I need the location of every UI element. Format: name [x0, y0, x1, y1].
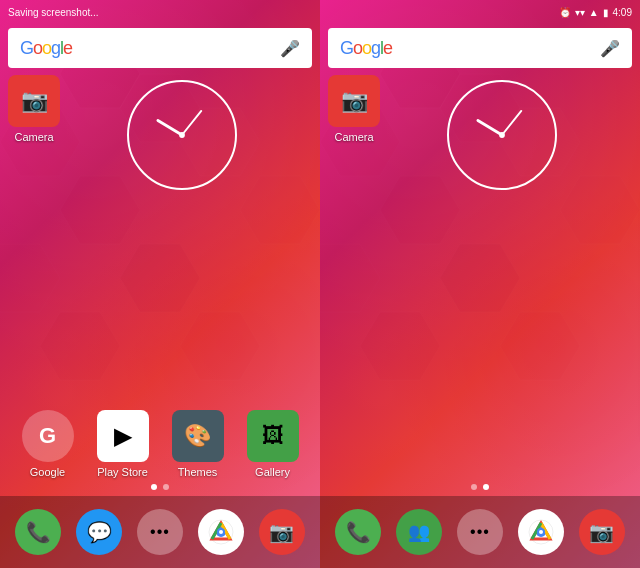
- svg-marker-5: [240, 176, 320, 244]
- dock-right: 📞 👥 ••• 📷: [320, 496, 640, 568]
- dot-1-right: [471, 484, 477, 490]
- svg-point-29: [499, 132, 505, 138]
- dock-chrome-left[interactable]: [198, 509, 244, 555]
- dock-camera-left[interactable]: 📷: [259, 509, 305, 555]
- battery-icon: ▮: [603, 7, 609, 18]
- playstore-icon-left: ▶: [97, 410, 149, 462]
- status-bar-right: ⏰ ▾▾ ▲ ▮ 4:09: [320, 0, 640, 24]
- dock-left: 📞 💬 ••• 📷: [0, 496, 320, 568]
- app-google-left[interactable]: G Google: [22, 410, 74, 478]
- svg-line-28: [502, 111, 521, 135]
- dock-contacts-right[interactable]: 👥: [396, 509, 442, 555]
- dot-2-right: [483, 484, 489, 490]
- gallery-icon-left: 🖼: [247, 410, 299, 462]
- dock-phone-left[interactable]: 📞: [15, 509, 61, 555]
- gallery-label-left: Gallery: [255, 466, 290, 478]
- dock-camera-right[interactable]: 📷: [579, 509, 625, 555]
- svg-marker-9: [40, 312, 120, 380]
- signal-icon: ▲: [589, 7, 599, 18]
- google-icon-left: G: [22, 410, 74, 462]
- svg-line-11: [182, 111, 201, 135]
- search-bar-left[interactable]: Google 🎤: [8, 28, 312, 68]
- google-logo-left: Google: [20, 38, 72, 59]
- dot-1-left: [151, 484, 157, 490]
- app-playstore-left[interactable]: ▶ Play Store: [97, 410, 149, 478]
- clock-hands-left: [129, 82, 235, 188]
- svg-point-16: [219, 530, 223, 534]
- status-bar-left: Saving screenshot...: [0, 0, 320, 24]
- clock-left: [127, 80, 237, 190]
- themes-label-left: Themes: [178, 466, 218, 478]
- mic-icon-right[interactable]: 🎤: [600, 39, 620, 58]
- svg-marker-24: [320, 244, 380, 312]
- page-dots-left: [0, 484, 320, 490]
- playstore-label-left: Play Store: [97, 466, 148, 478]
- svg-marker-25: [500, 312, 580, 380]
- dock-more-left[interactable]: •••: [137, 509, 183, 555]
- app-gallery-left[interactable]: 🖼 Gallery: [247, 410, 299, 478]
- alarm-icon: ⏰: [559, 7, 571, 18]
- search-bar-right[interactable]: Google 🎤: [328, 28, 632, 68]
- svg-line-27: [478, 121, 502, 135]
- svg-marker-23: [440, 244, 520, 312]
- mic-icon-left[interactable]: 🎤: [280, 39, 300, 58]
- dock-more-right[interactable]: •••: [457, 509, 503, 555]
- clock-face-left: [127, 80, 237, 190]
- camera-app-left[interactable]: 📷 Camera: [8, 75, 60, 143]
- camera-icon-left: 📷: [8, 75, 60, 127]
- dock-chrome-right[interactable]: [518, 509, 564, 555]
- themes-icon-left: 🎨: [172, 410, 224, 462]
- svg-point-37: [539, 530, 543, 534]
- svg-marker-26: [360, 312, 440, 380]
- clock-right: [447, 80, 557, 190]
- app-icons-row-left: G Google ▶ Play Store 🎨 Themes 🖼 Gallery: [0, 410, 320, 478]
- svg-marker-7: [0, 244, 60, 312]
- time-display: 4:09: [613, 7, 632, 18]
- dot-2-left: [163, 484, 169, 490]
- wifi-icon: ▾▾: [575, 7, 585, 18]
- svg-line-10: [158, 121, 182, 135]
- camera-app-right[interactable]: 📷 Camera: [328, 75, 380, 143]
- left-screen: Saving screenshot... Google 🎤 📷 Camera: [0, 0, 320, 568]
- google-label-left: Google: [30, 466, 65, 478]
- page-dots-right: [320, 484, 640, 490]
- notification-text: Saving screenshot...: [8, 7, 99, 18]
- dock-message-left[interactable]: 💬: [76, 509, 122, 555]
- svg-point-12: [179, 132, 185, 138]
- camera-label-left: Camera: [8, 131, 60, 143]
- clock-hands-right: [449, 82, 555, 188]
- svg-marker-8: [180, 312, 260, 380]
- google-logo-right: Google: [340, 38, 392, 59]
- dock-phone-right[interactable]: 📞: [335, 509, 381, 555]
- svg-marker-22: [560, 176, 640, 244]
- camera-icon-right: 📷: [328, 75, 380, 127]
- clock-face-right: [447, 80, 557, 190]
- svg-marker-6: [120, 244, 200, 312]
- right-screen: ⏰ ▾▾ ▲ ▮ 4:09 Google 🎤 📷 Camera: [320, 0, 640, 568]
- status-icons-right: ⏰ ▾▾ ▲ ▮ 4:09: [559, 7, 632, 18]
- app-themes-left[interactable]: 🎨 Themes: [172, 410, 224, 478]
- camera-label-right: Camera: [328, 131, 380, 143]
